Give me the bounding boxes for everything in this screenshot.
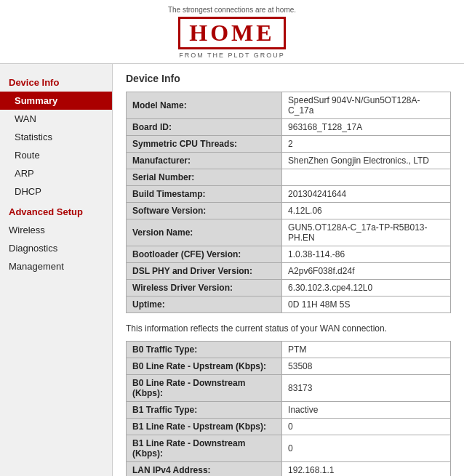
table-row: B1 Traffic Type:Inactive: [127, 402, 451, 419]
table-label: B0 Line Rate - Downstream (Kbps):: [127, 375, 282, 402]
table-value: 4.12L.06: [282, 203, 451, 219]
table-row: Model Name:SpeedSurf 904V-N/Gun5OT128A-C…: [127, 92, 451, 119]
table-row: Uptime:0D 11H 48M 5S: [127, 297, 451, 313]
table-label: B0 Line Rate - Upstream (Kbps):: [127, 358, 282, 375]
table-value: 83173: [282, 375, 451, 402]
table-value: 1.0.38-114.-86: [282, 246, 451, 263]
table-label: DSL PHY and Driver Version:: [127, 263, 282, 280]
table-row: B0 Line Rate - Upstream (Kbps):53508: [127, 358, 451, 375]
sidebar-item-wan[interactable]: WAN: [0, 110, 112, 128]
table-value: SpeedSurf 904V-N/Gun5OT128A-C_17a: [282, 92, 451, 119]
sidebar: Device InfoSummaryWANStatisticsRouteARPD…: [0, 64, 113, 476]
table-row: Manufacturer:ShenZhen Gongjin Electronic…: [127, 153, 451, 169]
sidebar-item-advanced-setup[interactable]: Advanced Setup: [0, 201, 112, 221]
table-row: B1 Line Rate - Downstream (Kbps):0: [127, 435, 451, 462]
sidebar-item-statistics[interactable]: Statistics: [0, 128, 112, 146]
table-label: Uptime:: [127, 297, 282, 313]
table-value: 2: [282, 136, 451, 153]
device-info-title: Device Info: [126, 73, 451, 84]
table-label: Bootloader (CFE) Version:: [127, 246, 282, 263]
table-value: [282, 169, 451, 186]
table-value: 0D 11H 48M 5S: [282, 297, 451, 313]
device-info-table: Model Name:SpeedSurf 904V-N/Gun5OT128A-C…: [126, 92, 451, 313]
table-row: Serial Number:: [127, 169, 451, 186]
sidebar-item-wireless[interactable]: Wireless: [0, 221, 112, 239]
content-area: Device Info Model Name:SpeedSurf 904V-N/…: [113, 64, 464, 476]
table-label: B0 Traffic Type:: [127, 342, 282, 358]
header-sub: FROM THE PLDT GROUP: [179, 52, 285, 59]
sidebar-item-diagnostics[interactable]: Diagnostics: [0, 239, 112, 257]
table-label: B1 Line Rate - Upstream (Kbps):: [127, 419, 282, 435]
table-label: Model Name:: [127, 92, 282, 119]
main-layout: Device InfoSummaryWANStatisticsRouteARPD…: [0, 64, 464, 476]
table-row: Symmetric CPU Threads:2: [127, 136, 451, 153]
table-value: 53508: [282, 358, 451, 375]
table-label: LAN IPv4 Address:: [127, 462, 282, 476]
table-row: Wireless Driver Version:6.30.102.3.cpe4.…: [127, 280, 451, 297]
table-value: 963168_T128_17A: [282, 119, 451, 136]
table-row: B0 Traffic Type:PTM: [127, 342, 451, 358]
wan-table: B0 Traffic Type:PTMB0 Line Rate - Upstre…: [126, 341, 451, 476]
sidebar-item-device-info[interactable]: Device Info: [0, 71, 112, 92]
header-logo: HOME: [178, 17, 285, 49]
table-label: B1 Traffic Type:: [127, 402, 282, 419]
table-row: B1 Line Rate - Upstream (Kbps):0: [127, 419, 451, 435]
table-value: 0: [282, 419, 451, 435]
table-value: Inactive: [282, 402, 451, 419]
table-row: Version Name:GUN5.OT128A-C_17a-TP-R5B013…: [127, 219, 451, 246]
table-value: A2pv6F038f.d24f: [282, 263, 451, 280]
table-row: Bootloader (CFE) Version:1.0.38-114.-86: [127, 246, 451, 263]
table-value: 192.168.1.1: [282, 462, 451, 476]
table-value: 6.30.102.3.cpe4.12L0: [282, 280, 451, 297]
sidebar-item-summary[interactable]: Summary: [0, 92, 112, 110]
wan-info-text: This information reflects the current st…: [126, 323, 451, 334]
sidebar-item-management[interactable]: Management: [0, 257, 112, 275]
table-value: 201304241644: [282, 186, 451, 203]
table-row: Build Timestamp:201304241644: [127, 186, 451, 203]
table-row: Board ID:963168_T128_17A: [127, 119, 451, 136]
table-label: Wireless Driver Version:: [127, 280, 282, 297]
sidebar-item-arp[interactable]: ARP: [0, 164, 112, 182]
table-label: Build Timestamp:: [127, 186, 282, 203]
table-label: Manufacturer:: [127, 153, 282, 169]
table-label: Board ID:: [127, 119, 282, 136]
table-label: B1 Line Rate - Downstream (Kbps):: [127, 435, 282, 462]
table-row: DSL PHY and Driver Version:A2pv6F038f.d2…: [127, 263, 451, 280]
sidebar-item-route[interactable]: Route: [0, 146, 112, 164]
table-row: LAN IPv4 Address:192.168.1.1: [127, 462, 451, 476]
table-row: B0 Line Rate - Downstream (Kbps):83173: [127, 375, 451, 402]
table-label: Serial Number:: [127, 169, 282, 186]
table-value: 0: [282, 435, 451, 462]
table-label: Version Name:: [127, 219, 282, 246]
header: The strongest connections are at home. H…: [0, 0, 464, 64]
table-value: ShenZhen Gongjin Electronics., LTD: [282, 153, 451, 169]
table-label: Software Version:: [127, 203, 282, 219]
header-tagline: The strongest connections are at home.: [168, 6, 296, 14]
sidebar-item-dhcp[interactable]: DHCP: [0, 182, 112, 201]
table-value: PTM: [282, 342, 451, 358]
table-label: Symmetric CPU Threads:: [127, 136, 282, 153]
table-value: GUN5.OT128A-C_17a-TP-R5B013-PH.EN: [282, 219, 451, 246]
table-row: Software Version:4.12L.06: [127, 203, 451, 219]
